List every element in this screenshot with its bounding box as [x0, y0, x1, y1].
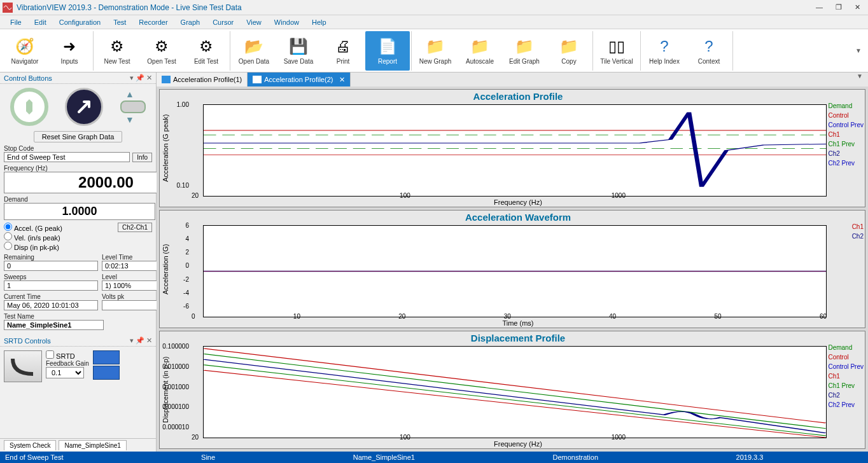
menu-configuration[interactable]: Configuration [54, 17, 106, 27]
srtd-curve-icon[interactable] [4, 350, 42, 382]
accel-radio[interactable] [4, 223, 12, 231]
status-version: 2019.3.3 [736, 453, 764, 461]
doc-tab-1[interactable]: Acceleration Profile(1) [157, 73, 248, 86]
demand-field[interactable] [4, 203, 155, 220]
report-button[interactable]: 📄Report [365, 31, 410, 71]
menu-graph[interactable]: Graph [176, 17, 206, 27]
srtd-mode2-button[interactable] [93, 366, 120, 380]
menu-edit[interactable]: Edit [29, 17, 52, 27]
level-slider[interactable] [120, 100, 146, 113]
srtd-menu-icon[interactable]: ▾ [130, 336, 134, 345]
menu-cursor[interactable]: Cursor [207, 17, 239, 27]
maximize-icon[interactable]: ❐ [836, 3, 842, 11]
stop-button[interactable] [10, 88, 48, 126]
tab-system-check[interactable]: System Check [4, 440, 56, 450]
helpindex-button[interactable]: ?Help Index [642, 31, 687, 71]
stopcode-label: Stop Code [4, 145, 152, 152]
srtd-checkbox[interactable] [46, 350, 54, 359]
opentest-button[interactable]: ⚙Open Test [139, 31, 184, 71]
ch2ch1-button[interactable]: Ch2-Ch1 [118, 223, 152, 232]
status-name: Name_SimpleSine1 [353, 453, 415, 461]
info-button[interactable]: Info [132, 153, 152, 162]
disp-radio[interactable] [4, 242, 12, 250]
frequency-label: Frequency (Hz) [4, 165, 152, 172]
editgraph-button[interactable]: 📁Edit Graph [502, 31, 547, 71]
window-title: VibrationVIEW 2019.3 - Demonstration Mod… [17, 3, 242, 12]
edittest-button[interactable]: ⚙Edit Test [184, 31, 228, 71]
opendata-button[interactable]: 📂Open Data [232, 31, 276, 71]
status-demo: Demonstration [552, 453, 598, 461]
panel-pin-icon[interactable]: 📌 [136, 74, 144, 82]
minimize-icon[interactable]: — [816, 3, 823, 11]
start-button[interactable] [65, 88, 103, 126]
stopcode-field[interactable] [4, 152, 130, 162]
level-up-button[interactable]: ▲ [120, 88, 139, 100]
tab-close-icon[interactable]: ✕ [339, 76, 345, 84]
remaining-field[interactable] [4, 261, 98, 271]
feedback-gain-select[interactable]: 0.1 [46, 367, 84, 378]
vel-radio[interactable] [4, 232, 12, 240]
doc-tab-2[interactable]: Acceleration Profile(2)✕ [248, 73, 351, 86]
svg-line-11 [204, 370, 826, 438]
copy-button[interactable]: 📁Copy [547, 31, 591, 71]
inputs-button[interactable]: ➜Inputs [47, 31, 92, 71]
wave-icon [253, 76, 262, 83]
accel-profile-chart[interactable]: Acceleration (G peak) Acceleration Profi… [159, 89, 865, 207]
sweeps-field[interactable] [4, 280, 98, 291]
newtest-button[interactable]: ⚙New Test [95, 31, 139, 71]
testname-field[interactable] [4, 320, 104, 330]
srtd-mode1-button[interactable] [93, 350, 120, 364]
level-down-button[interactable]: ▼ [120, 114, 139, 125]
toolbar-overflow-icon[interactable]: ▼ [855, 47, 867, 54]
disp-profile-chart[interactable]: Displacement (in p-p) Displacement Profi… [159, 331, 865, 449]
menu-recorder[interactable]: Recorder [134, 17, 172, 27]
savedata-button[interactable]: 💾Save Data [276, 31, 321, 71]
srtd-header: SRTD Controls ▾📌✕ [0, 335, 156, 347]
srtd-close-icon[interactable]: ✕ [146, 336, 152, 345]
svg-line-9 [204, 354, 826, 428]
newgraph-button[interactable]: 📁New Graph [413, 31, 458, 71]
svg-rect-1 [26, 104, 32, 110]
accel-waveform-chart[interactable]: Acceleration (G) Acceleration Waveform 6… [159, 210, 865, 328]
svg-line-10 [204, 365, 826, 436]
menu-file[interactable]: File [5, 17, 27, 27]
doctab-overflow-icon[interactable]: ▼ [857, 73, 868, 86]
menubar: File Edit Configuration Test Recorder Gr… [0, 15, 868, 29]
reset-graph-button[interactable]: Reset Sine Graph Data [34, 131, 123, 142]
print-button[interactable]: 🖨Print [321, 31, 365, 71]
panel-close-icon[interactable]: ✕ [146, 74, 152, 82]
menu-window[interactable]: Window [269, 17, 304, 27]
statusbar: End of Sweep Test Sine Name_SimpleSine1 … [0, 452, 868, 463]
menu-test[interactable]: Test [108, 17, 131, 27]
menu-view[interactable]: View [241, 17, 267, 27]
app-logo-icon [3, 3, 13, 13]
menu-help[interactable]: Help [307, 17, 332, 27]
tilevertical-button[interactable]: ▯▯Tile Vertical [594, 31, 639, 71]
curtime-field[interactable] [4, 300, 98, 310]
panel-menu-icon[interactable]: ▾ [130, 74, 134, 82]
close-icon[interactable]: ✕ [855, 3, 860, 11]
tab-testname[interactable]: Name_SimpleSine1 [59, 440, 126, 450]
status-left: End of Sweep Test [5, 453, 64, 461]
status-sine: Sine [201, 453, 215, 461]
autoscale-button[interactable]: 📁Autoscale [458, 31, 502, 71]
demand-label: Demand [4, 196, 155, 203]
navigator-button[interactable]: 🧭Navigator [3, 31, 47, 71]
wave-icon [162, 76, 171, 83]
toolbar: 🧭Navigator ➜Inputs ⚙New Test ⚙Open Test … [0, 29, 868, 73]
control-buttons-header: Control Buttons ▾📌✕ [0, 73, 156, 84]
srtd-pin-icon[interactable]: 📌 [136, 336, 144, 345]
context-button[interactable]: ?Context [687, 31, 731, 71]
svg-line-8 [204, 349, 826, 423]
